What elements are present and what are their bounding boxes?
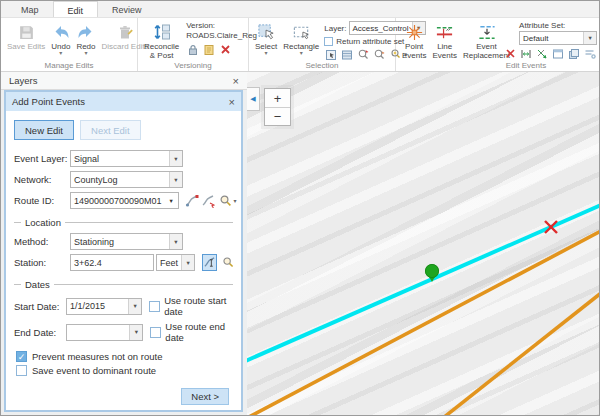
chevron-down-icon: ▾: [169, 172, 182, 187]
group-versioning: Reconcile & Post Version: ROADS.Claire_R…: [138, 18, 249, 71]
event-layer-dropdown[interactable]: Signal ▾: [70, 150, 183, 167]
event-replacement-icon: [477, 22, 497, 42]
pick-station-on-map-button[interactable]: [202, 254, 217, 271]
version-label: Version:: [186, 21, 257, 31]
layers-pane-header[interactable]: Layers ×: [1, 72, 247, 90]
route-id-label: Route ID:: [14, 195, 70, 206]
rectangle-select-button[interactable]: Rectangle ▾: [281, 21, 321, 57]
prevent-measures-checkbox[interactable]: ✓: [16, 351, 27, 362]
save-dominant-label: Save event to dominant route: [32, 365, 156, 376]
end-date-dropdown[interactable]: ▾: [66, 324, 143, 341]
road-centerline-2: [443, 293, 599, 415]
line-events-button[interactable]: Line Events: [430, 21, 458, 61]
return-attribute-set-checkbox[interactable]: [324, 37, 333, 46]
next-edit-button[interactable]: Next Edit: [80, 120, 141, 140]
discard-icon: [117, 22, 133, 42]
start-date-dropdown[interactable]: 1/1/2015 ▾: [66, 298, 142, 315]
zoom-to-selection-icon[interactable]: [356, 48, 370, 61]
pan-to-selection-icon[interactable]: [372, 48, 386, 61]
network-label: Network:: [14, 174, 70, 185]
chevron-down-icon[interactable]: ▾: [59, 51, 62, 56]
tab-edit[interactable]: Edit: [53, 1, 99, 17]
collapse-icon: ◀: [250, 95, 255, 103]
chevron-down-icon: ▾: [128, 299, 141, 314]
chevron-down-icon: ▾: [129, 325, 142, 340]
network-dropdown[interactable]: CountyLog ▾: [70, 171, 183, 188]
layer-label: Layer:: [324, 24, 346, 33]
point-events-button[interactable]: Point Events: [400, 21, 428, 61]
save-icon: [18, 22, 35, 42]
delete-version-icon[interactable]: [218, 43, 232, 56]
select-button[interactable]: Select ▾: [253, 21, 279, 57]
chevron-down-icon[interactable]: ▾: [84, 51, 87, 56]
use-route-end-date-checkbox[interactable]: [150, 327, 161, 338]
tab-map[interactable]: Map: [7, 1, 53, 17]
group-caption-selection: Selection: [249, 61, 395, 70]
zoom-in-button[interactable]: +: [265, 89, 290, 107]
select-route-on-map-icon[interactable]: [184, 192, 200, 209]
check-icon: ✓: [18, 352, 26, 362]
station-label: Station:: [14, 257, 70, 268]
pane-header[interactable]: Add Point Events ×: [6, 92, 241, 111]
close-icon[interactable]: ×: [229, 97, 235, 107]
copy-events-icon[interactable]: [567, 47, 581, 60]
use-route-start-date-label: Use route start date: [164, 295, 233, 317]
new-edit-button[interactable]: New Edit: [14, 120, 74, 140]
merge-events-icon[interactable]: [519, 47, 533, 60]
select-by-shape-icon[interactable]: [324, 48, 338, 61]
method-dropdown[interactable]: Stationing ▾: [70, 233, 183, 250]
station-unit-dropdown[interactable]: Feet ▾: [156, 254, 195, 271]
rectangle-icon: [292, 22, 311, 42]
chevron-down-icon[interactable]: ▾: [234, 197, 237, 204]
event-attributes-icon[interactable]: [551, 47, 565, 60]
dates-section-divider: Dates: [14, 279, 233, 290]
next-button[interactable]: Next >: [181, 388, 229, 405]
redo-button[interactable]: Redo ▾: [74, 21, 97, 57]
attribute-set-label: Attribute Set:: [519, 21, 597, 30]
group-caption-manage-edits: Manage Edits: [1, 61, 137, 70]
group-caption-versioning: Versioning: [138, 61, 248, 70]
event-settings-icon[interactable]: [583, 47, 597, 60]
version-value: ROADS.Claire_Reg: [186, 31, 257, 41]
attribute-set-dropdown[interactable]: Default ▾: [519, 31, 597, 45]
zoom-to-route-icon[interactable]: [218, 192, 234, 209]
select-route-from-selection-icon[interactable]: [200, 192, 216, 209]
prevent-measures-label: Prevent measures not on route: [32, 351, 162, 362]
attribute-table-icon[interactable]: [340, 48, 354, 61]
chevron-down-icon: ▾: [583, 32, 596, 44]
map-view[interactable]: ◀ + −: [247, 72, 599, 415]
map-zoom-control: + −: [264, 88, 291, 126]
split-event-icon[interactable]: [535, 47, 549, 60]
group-caption-edit-events: Edit Events: [486, 61, 566, 70]
location-section-divider: Location: [14, 217, 233, 228]
zoom-out-button[interactable]: −: [265, 107, 290, 125]
return-attribute-set-label: Return attribute set: [336, 37, 404, 46]
tab-review[interactable]: Review: [98, 1, 156, 17]
collapse-pane-handle[interactable]: ◀: [247, 87, 260, 111]
post-version-icon[interactable]: [202, 43, 216, 56]
chevron-down-icon[interactable]: ▾: [300, 51, 303, 56]
zoom-to-station-icon[interactable]: [221, 254, 236, 271]
station-input[interactable]: [70, 254, 154, 271]
point-events-icon: [405, 22, 424, 42]
ribbon-tab-bar: Map Edit Review: [1, 1, 599, 18]
reconcile-post-button[interactable]: Reconcile & Post: [142, 21, 181, 61]
chevron-down-icon[interactable]: ▾: [265, 51, 268, 56]
delete-event-icon[interactable]: [503, 47, 517, 60]
add-point-events-pane: Add Point Events × New Edit Next Edit Ev…: [4, 90, 243, 412]
close-icon[interactable]: ×: [233, 76, 239, 86]
route-id-combo[interactable]: 14900000700090M01 ▾: [70, 192, 179, 209]
group-edit-events: Point Events Line Events Event Replaceme…: [396, 18, 600, 71]
start-date-label: Start Date:: [14, 301, 66, 312]
save-dominant-checkbox[interactable]: [16, 365, 27, 376]
use-route-start-date-checkbox[interactable]: [149, 301, 160, 312]
chevron-down-icon: ▾: [165, 193, 178, 208]
road-centerline-1: [247, 231, 599, 415]
group-selection: Select ▾ Rectangle ▾ Layer: Access_Contr…: [249, 18, 396, 71]
method-label: Method:: [14, 236, 70, 247]
event-layer-label: Event Layer:: [14, 153, 70, 164]
undo-icon: [52, 22, 70, 42]
undo-button[interactable]: Undo ▾: [49, 21, 72, 57]
save-edits-button[interactable]: Save Edits: [5, 21, 47, 52]
lock-icon[interactable]: [186, 43, 200, 56]
